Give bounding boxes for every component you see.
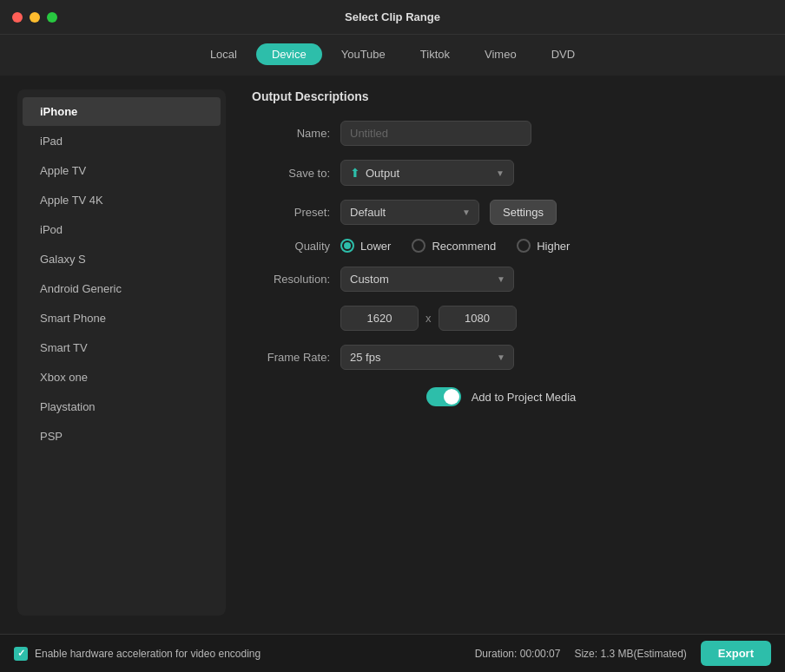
- duration-info: Duration: 00:00:07: [475, 648, 561, 660]
- panel-title: Output Descriptions: [252, 89, 750, 103]
- main-content: iPhone iPad Apple TV Apple TV 4K iPod Ga…: [0, 76, 785, 629]
- quality-options: Lower Recommend Higher: [340, 239, 570, 253]
- bottom-bar: ✓ Enable hardware acceleration for video…: [0, 634, 785, 672]
- output-icon: ⬆: [350, 166, 360, 180]
- save-to-label: Save to:: [252, 167, 330, 180]
- radio-recommend-circle: [412, 239, 425, 253]
- size-value: 1.3 MB(Estimated): [600, 648, 686, 660]
- resolution-inputs-row: x: [252, 306, 750, 331]
- toggle-knob: [444, 389, 459, 405]
- resolution-label: Resolution:: [252, 273, 330, 286]
- sidebar: iPhone iPad Apple TV Apple TV 4K iPod Ga…: [17, 89, 226, 616]
- quality-higher-label: Higher: [537, 240, 570, 253]
- sidebar-item-playstation[interactable]: Playstation: [23, 392, 221, 421]
- sidebar-item-psp[interactable]: PSP: [23, 422, 221, 451]
- quality-higher[interactable]: Higher: [517, 239, 570, 253]
- resolution-select-wrapper: Custom ▼: [340, 267, 514, 292]
- sidebar-item-galaxys[interactable]: Galaxy S: [23, 245, 221, 273]
- sidebar-item-xboxone[interactable]: Xbox one: [23, 363, 221, 392]
- tab-bar: Local Device YouTube Tiktok Vimeo DVD: [0, 35, 785, 76]
- tab-youtube[interactable]: YouTube: [326, 43, 401, 65]
- hw-accel-label: Enable hardware acceleration for video e…: [35, 648, 261, 660]
- tab-vimeo[interactable]: Vimeo: [469, 43, 532, 65]
- resolution-width-input[interactable]: [340, 306, 419, 331]
- radio-lower-circle: [340, 239, 354, 253]
- minimize-button[interactable]: [30, 12, 40, 23]
- save-to-row: Save to: ⬆ Output ▼: [252, 160, 750, 186]
- preset-label: Preset:: [252, 206, 330, 219]
- tab-tiktok[interactable]: Tiktok: [405, 43, 465, 65]
- quality-lower[interactable]: Lower: [340, 239, 391, 253]
- quality-recommend-label: Recommend: [432, 240, 496, 253]
- frame-rate-select[interactable]: 25 fps: [340, 345, 514, 370]
- name-row: Name:: [252, 121, 750, 146]
- sidebar-item-smarttv[interactable]: Smart TV: [23, 333, 221, 362]
- window-controls: [12, 12, 57, 23]
- tab-local[interactable]: Local: [195, 43, 253, 65]
- sidebar-item-appletv4k[interactable]: Apple TV 4K: [23, 186, 221, 214]
- tab-device[interactable]: Device: [256, 43, 322, 65]
- settings-button[interactable]: Settings: [490, 200, 557, 225]
- save-to-value: Output: [366, 167, 491, 180]
- preset-row: Preset: Default ▼ Settings: [252, 200, 750, 225]
- tab-dvd[interactable]: DVD: [536, 43, 590, 65]
- export-button[interactable]: Export: [701, 641, 771, 666]
- frame-rate-select-wrapper: 25 fps ▼: [340, 345, 514, 370]
- quality-row: Quality Lower Recommend Higher: [252, 239, 750, 253]
- chevron-down-icon: ▼: [496, 168, 505, 178]
- sidebar-item-ipod[interactable]: iPod: [23, 215, 221, 244]
- toggle-row: Add to Project Media: [252, 387, 750, 406]
- duration-value: 00:00:07: [520, 648, 561, 660]
- preset-select-wrapper: Default ▼: [340, 200, 479, 225]
- sidebar-item-appletv[interactable]: Apple TV: [23, 156, 221, 185]
- title-bar: Select Clip Range: [0, 0, 785, 35]
- size-info: Size: 1.3 MB(Estimated): [574, 648, 686, 660]
- frame-rate-row: Frame Rate: 25 fps ▼: [252, 345, 750, 370]
- resolution-row: Resolution: Custom ▼: [252, 267, 750, 292]
- name-input[interactable]: [340, 121, 531, 146]
- quality-label: Quality: [252, 240, 330, 253]
- preset-select[interactable]: Default: [340, 200, 479, 225]
- right-panel: Output Descriptions Name: Save to: ⬆ Out…: [226, 89, 768, 616]
- maximize-button[interactable]: [47, 12, 57, 23]
- resolution-height-input[interactable]: [439, 306, 517, 331]
- sidebar-item-iphone[interactable]: iPhone: [23, 97, 221, 126]
- radio-higher-circle: [517, 239, 531, 253]
- resolution-x-separator: x: [425, 312, 432, 325]
- frame-rate-label: Frame Rate:: [252, 351, 330, 364]
- resolution-inputs: x: [340, 306, 517, 331]
- quality-recommend[interactable]: Recommend: [412, 239, 496, 253]
- add-to-project-toggle[interactable]: [426, 387, 461, 406]
- toggle-label: Add to Project Media: [472, 391, 577, 404]
- quality-lower-label: Lower: [360, 240, 391, 253]
- duration-label: Duration:: [475, 648, 518, 660]
- window-title: Select Clip Range: [345, 10, 440, 23]
- hw-accel-row: ✓ Enable hardware acceleration for video…: [14, 647, 461, 661]
- name-label: Name:: [252, 127, 330, 140]
- hw-accel-checkbox[interactable]: ✓: [14, 647, 28, 661]
- sidebar-item-smartphone[interactable]: Smart Phone: [23, 304, 221, 333]
- resolution-select[interactable]: Custom: [340, 267, 514, 292]
- sidebar-item-androidgeneric[interactable]: Android Generic: [23, 274, 221, 303]
- sidebar-item-ipad[interactable]: iPad: [23, 127, 221, 155]
- checkmark-icon: ✓: [17, 648, 25, 659]
- close-button[interactable]: [12, 12, 23, 23]
- save-to-select[interactable]: ⬆ Output ▼: [340, 160, 514, 186]
- size-label: Size:: [574, 648, 597, 660]
